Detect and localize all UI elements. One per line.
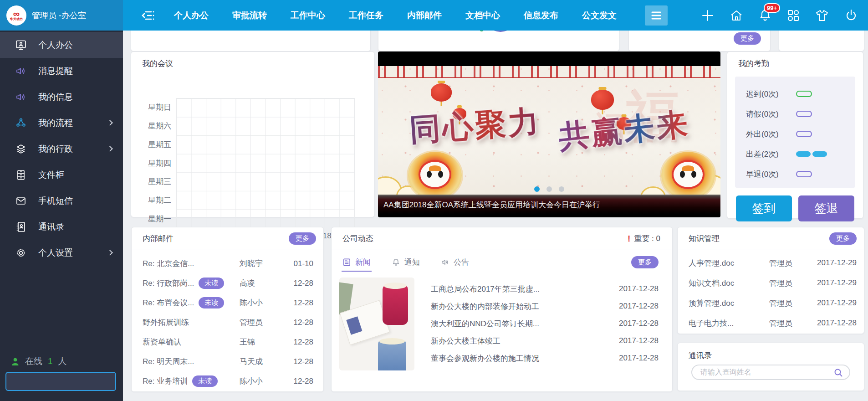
nav-item-document-center[interactable]: 文档中心: [454, 0, 512, 31]
menu-toggle-button[interactable]: [645, 5, 668, 26]
attendance-label: 外出(0次): [746, 129, 791, 139]
sidebar-item-my-admin[interactable]: 我的行政: [0, 136, 123, 162]
carousel-dot-2[interactable]: [546, 186, 552, 192]
nav-item-personal-office[interactable]: 个人办公: [162, 0, 220, 31]
nav-item-work-tasks[interactable]: 工作任务: [337, 0, 395, 31]
tab-notice[interactable]: 通知: [392, 257, 420, 267]
nav-item-work-center[interactable]: 工作中心: [279, 0, 337, 31]
more-button[interactable]: 更多: [734, 32, 761, 45]
news-more-button[interactable]: 更多: [631, 256, 659, 268]
chart-grid-area[interactable]: [176, 98, 355, 228]
sidebar-item-label: 通讯录: [38, 221, 64, 233]
contacts-search-input[interactable]: [692, 368, 849, 376]
nav-item-official-docs[interactable]: 公文发文: [570, 0, 628, 31]
knowledge-list-item[interactable]: 知识文档.doc 管理员 2017-12-29: [678, 273, 864, 293]
mail-list-item[interactable]: Re: 北京金信... 刘晓宇 01-10: [132, 254, 323, 273]
mail-sender: 王锦: [240, 337, 287, 347]
collapse-menu-icon[interactable]: [141, 9, 156, 22]
news-item-title: 澳大利亚的NND公司签订长期...: [431, 319, 619, 329]
carousel-dot-1[interactable]: [534, 186, 540, 192]
nav-item-approval-flow[interactable]: 审批流转: [220, 0, 279, 31]
attendance-label: 请假(0次): [746, 109, 791, 119]
sidebar-item-contacts[interactable]: 通讯录: [0, 214, 123, 240]
home-icon[interactable]: [730, 9, 743, 22]
mail-list-item[interactable]: Re: 业务培训 未读 陈小小 12-28: [132, 371, 323, 391]
knowledge-list-item[interactable]: 人事管理.doc 管理员 2017-12-29: [678, 253, 864, 273]
mail-sender: 管理员: [240, 317, 287, 328]
attendance-row-leave: 请假(0次): [735, 104, 855, 124]
meetings-schedule-chart: 星期日 星期六 星期五 星期四 星期三 星期二 星期一 8:00 10:00 1…: [131, 75, 374, 216]
sign-out-button[interactable]: 签退: [798, 195, 854, 221]
news-body: 工商总局公布2017年第三批虚... 2017-12-28 新办公大楼的内部装修…: [332, 271, 672, 370]
search-icon[interactable]: [833, 368, 843, 378]
nav-item-internal-mail[interactable]: 内部邮件: [395, 0, 454, 31]
mail-sender: 陈小小: [240, 298, 287, 308]
mail-list-item[interactable]: 野外拓展训练 管理员 12-28: [132, 313, 323, 332]
mail-list-item[interactable]: Re: 布置会议... 未读 陈小小 12-28: [132, 293, 323, 313]
mail-list-item[interactable]: 薪资单确认 王锦 12-28: [132, 332, 323, 352]
nav-item-info-publish[interactable]: 信息发布: [512, 0, 570, 31]
doc-name: 知识文档.doc: [689, 278, 769, 288]
news-banner-carousel[interactable]: 福 福 同心聚力 共赢未来 A: [378, 51, 720, 217]
online-count: 1: [48, 356, 53, 366]
news-list-item[interactable]: 新办公大楼的内部装修开始动工 2017-12-28: [431, 298, 659, 315]
sidebar-item-my-workflow[interactable]: 我的流程: [0, 110, 123, 136]
mail-sender: 陈小小: [240, 376, 287, 386]
sidebar-item-my-messages[interactable]: 我的信息: [0, 84, 123, 110]
attendance-label: 出差(2次): [746, 149, 791, 159]
apps-grid-icon[interactable]: [787, 9, 800, 22]
doc-owner: 管理员: [769, 278, 807, 288]
sidebar-search-input[interactable]: [6, 377, 111, 386]
news-list-item[interactable]: 新办公大楼主体竣工 2017-12-28: [431, 332, 659, 350]
tab-news[interactable]: 新闻: [342, 257, 371, 267]
add-icon[interactable]: [701, 9, 715, 22]
important-count-label: 重要 : 0: [634, 233, 660, 244]
knowledge-card-header: 知识管理 更多: [678, 227, 864, 250]
sidebar-item-label: 我的信息: [38, 91, 73, 103]
knowledge-more-button[interactable]: 更多: [829, 232, 857, 245]
news-list-item[interactable]: 董事会参观新办公楼的施工情况 2017-12-28: [431, 350, 659, 367]
sidebar-item-sms[interactable]: 手机短信: [0, 188, 123, 214]
notifications-bell-icon[interactable]: 99+: [758, 9, 772, 22]
logout-power-icon[interactable]: [844, 9, 858, 22]
current-user-label[interactable]: 管理员 -办公室: [32, 10, 86, 21]
mail-sender: 刘晓宇: [240, 258, 287, 269]
mail-subject: 薪资单确认: [143, 337, 181, 347]
knowledge-list-item[interactable]: 预算管理.doc 管理员 2017-12-29: [678, 293, 864, 313]
sidebar-item-personal-office[interactable]: 个人办公: [0, 32, 123, 58]
chevron-right-icon: [107, 146, 113, 152]
news-item-date: 2017-12-28: [619, 319, 659, 328]
tab-announcement[interactable]: 公告: [441, 257, 469, 267]
sidebar-item-personal-settings[interactable]: 个人设置: [0, 240, 123, 266]
y-tick: 星期日: [131, 98, 171, 117]
sidebar-item-message-alerts[interactable]: 消息提醒: [0, 58, 123, 84]
mail-title: 内部邮件: [143, 233, 174, 244]
mail-subject: Re: 明天周末...: [143, 356, 194, 367]
attendance-title: 我的考勤: [738, 58, 769, 69]
leave-indicator-pill: [796, 111, 812, 117]
news-list-item[interactable]: 澳大利亚的NND公司签订长期... 2017-12-28: [431, 315, 659, 332]
carousel-dot-3[interactable]: [559, 186, 564, 192]
news-list: 工商总局公布2017年第三批虚... 2017-12-28 新办公大楼的内部装修…: [431, 278, 659, 370]
sign-in-button[interactable]: 签到: [736, 195, 792, 221]
bell-icon: [392, 258, 400, 267]
y-tick: 星期五: [131, 135, 171, 154]
company-logo[interactable]: ∞ 华天动力: [6, 5, 26, 26]
speaker-icon: [15, 91, 27, 103]
tab-label: 公告: [454, 257, 469, 267]
mail-more-button[interactable]: 更多: [289, 232, 316, 245]
mail-list-item[interactable]: Re: 行政部岗... 未读 高凌 12-28: [132, 273, 323, 293]
theme-shirt-icon[interactable]: [815, 9, 829, 22]
company-news-card: 公司动态 ! 重要 : 0 新闻 通知: [331, 227, 673, 392]
sidebar-item-file-cabinet[interactable]: 文件柜: [0, 162, 123, 188]
mail-list-item[interactable]: Re: 明天周末... 马天成 12-28: [132, 352, 323, 371]
news-thumbnail-image[interactable]: [339, 278, 414, 370]
contacts-title: 通讯录: [678, 343, 864, 361]
news-list-item[interactable]: 工商总局公布2017年第三批虚... 2017-12-28: [431, 280, 659, 298]
meetings-title: 我的会议: [142, 58, 173, 69]
mail-date: 12-28: [287, 279, 313, 288]
news-icon: [342, 258, 351, 267]
sidebar-item-label: 消息提醒: [38, 65, 73, 77]
banner-caption-bar[interactable]: AA集团2018全新OA系统上线暨全员应用培训大会今日在沪举行: [378, 195, 720, 214]
knowledge-list-item[interactable]: 电子电力技... 管理员 2017-12-28: [678, 313, 864, 333]
